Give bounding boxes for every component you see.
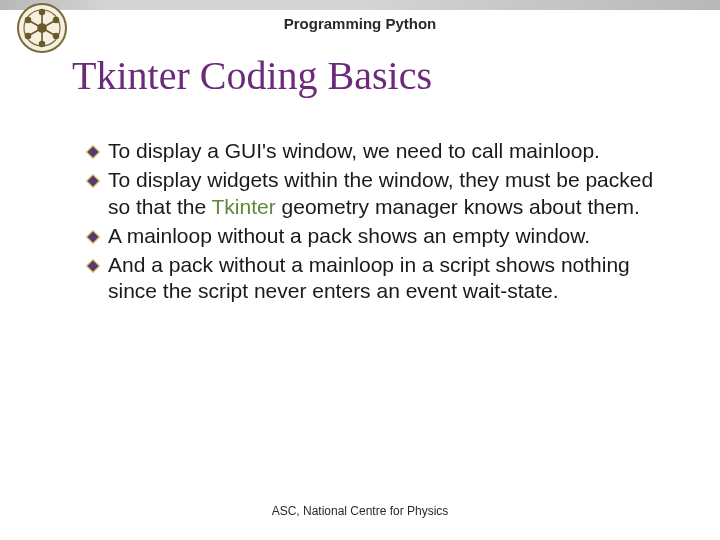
- list-item: To display a GUI's window, we need to ca…: [86, 138, 670, 165]
- diamond-bullet-icon: [86, 174, 100, 188]
- svg-rect-9: [87, 146, 100, 159]
- footer-text: ASC, National Centre for Physics: [0, 504, 720, 518]
- svg-rect-10: [87, 175, 100, 188]
- list-item: A mainloop without a pack shows an empty…: [86, 223, 670, 250]
- bullet-text: And a pack without a mainloop in a scrip…: [108, 252, 670, 306]
- bullet-list: To display a GUI's window, we need to ca…: [86, 138, 670, 307]
- svg-point-7: [26, 34, 31, 39]
- svg-point-6: [40, 42, 45, 47]
- svg-rect-11: [87, 230, 100, 243]
- bullet-text: A mainloop without a pack shows an empty…: [108, 223, 590, 250]
- svg-rect-12: [87, 259, 100, 272]
- diamond-bullet-icon: [86, 259, 100, 273]
- bullet-text: To display a GUI's window, we need to ca…: [108, 138, 600, 165]
- list-item: To display widgets within the window, th…: [86, 167, 670, 221]
- course-title: Programming Python: [0, 15, 720, 32]
- svg-point-3: [40, 10, 45, 15]
- svg-point-5: [54, 34, 59, 39]
- bullet-text: To display widgets within the window, th…: [108, 167, 670, 221]
- list-item: And a pack without a mainloop in a scrip…: [86, 252, 670, 306]
- slide-title: Tkinter Coding Basics: [72, 52, 432, 99]
- top-accent-bar: [0, 0, 720, 10]
- diamond-bullet-icon: [86, 145, 100, 159]
- diamond-bullet-icon: [86, 230, 100, 244]
